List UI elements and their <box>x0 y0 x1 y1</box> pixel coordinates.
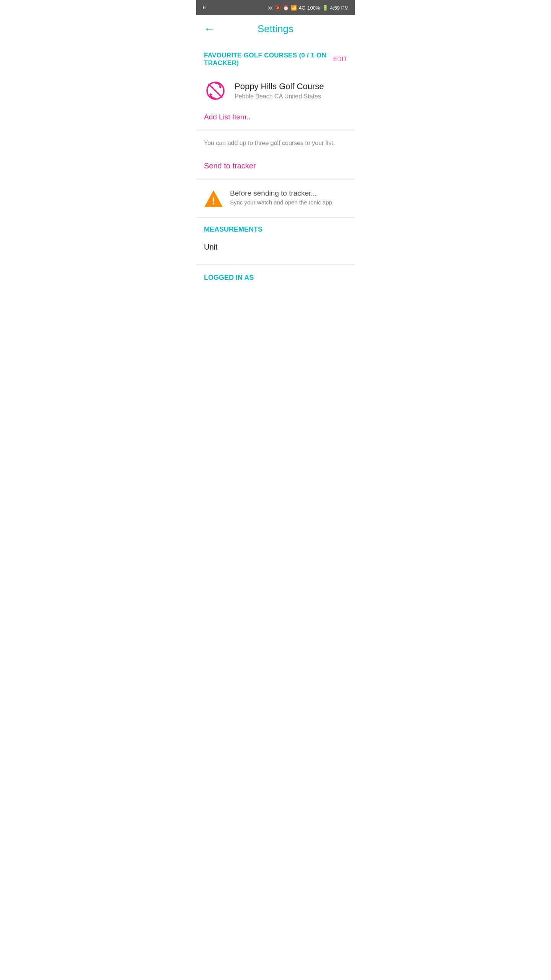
measurements-section: Measurements Unit <box>196 217 355 264</box>
add-list-item-button[interactable]: Add List Item.. <box>204 107 347 124</box>
back-button[interactable]: ← <box>204 24 215 34</box>
header: ← Settings <box>196 15 355 42</box>
logged-in-section: Logged in as <box>196 264 355 291</box>
bluetooth-icon: ⯵ <box>268 5 273 11</box>
warning-box: ! Before sending to tracker... Sync your… <box>196 180 355 217</box>
measurements-title: Measurements <box>204 225 347 234</box>
favourite-courses-title: Favourite Golf Courses (0 / 1 ON TRACKER… <box>204 52 333 67</box>
battery-icon: 🔋 <box>322 5 328 11</box>
warning-content: Before sending to tracker... Sync your w… <box>230 189 347 206</box>
send-to-tracker-button[interactable]: Send to tracker <box>196 155 355 180</box>
status-bar-left-icons: ⠿ <box>202 5 206 11</box>
courses-info-text: You can add up to three golf courses to … <box>196 131 355 155</box>
course-location: Pebble Beach CA United States <box>235 93 347 100</box>
unit-row[interactable]: Unit <box>204 243 347 264</box>
vibrate-icon: 🔕 <box>275 5 281 11</box>
network-label: 4G <box>299 5 305 11</box>
alarm-icon: ⏰ <box>283 5 289 11</box>
warning-title: Before sending to tracker... <box>230 189 347 198</box>
status-bar: ⠿ ⯵ 🔕 ⏰ 📶 4G 100% 🔋 4:59 PM <box>196 0 355 15</box>
warning-icon: ! <box>204 189 223 208</box>
course-list-item: Poppy Hills Golf Course Pebble Beach CA … <box>204 75 347 107</box>
page-title: Settings <box>221 23 330 35</box>
course-name: Poppy Hills Golf Course <box>235 82 347 91</box>
logged-in-title: Logged in as <box>204 274 347 282</box>
course-sync-icon <box>204 79 227 102</box>
battery-label: 100% <box>307 5 320 11</box>
edit-button[interactable]: EDIT <box>333 56 347 63</box>
warning-subtitle: Sync your watch and open the Ionic app. <box>230 199 347 206</box>
course-info: Poppy Hills Golf Course Pebble Beach CA … <box>235 82 347 100</box>
section-header: Favourite Golf Courses (0 / 1 ON TRACKER… <box>204 52 347 67</box>
wifi-icon: 📶 <box>291 5 297 11</box>
svg-text:!: ! <box>212 195 215 207</box>
status-bar-right-icons: ⯵ 🔕 ⏰ 📶 4G 100% 🔋 4:59 PM <box>268 5 349 11</box>
time-label: 4:59 PM <box>330 5 349 11</box>
favourite-courses-section: Favourite Golf Courses (0 / 1 ON TRACKER… <box>196 42 355 131</box>
